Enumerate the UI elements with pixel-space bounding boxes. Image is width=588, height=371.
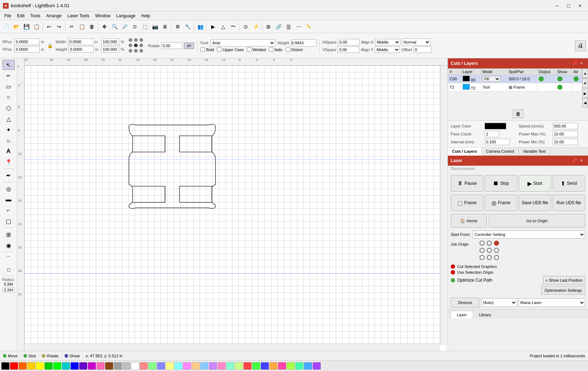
scroll-down-btn[interactable]: ▼	[582, 79, 588, 88]
camera-button[interactable]: 📷	[150, 22, 160, 31]
arc-tool[interactable]: ⌒	[3, 254, 15, 264]
cut-button[interactable]: ✂	[67, 22, 76, 31]
cuts-layers-pin[interactable]: 📌	[571, 60, 578, 67]
collapse-right-btn[interactable]: ◀	[582, 98, 588, 107]
hspace-input[interactable]	[338, 39, 360, 45]
color-swatch-36[interactable]	[313, 362, 321, 370]
run-ud5-button[interactable]: Run UD5 file	[553, 195, 585, 211]
zoom-out-button[interactable]: 🔎	[120, 22, 129, 31]
devices-mode-select[interactable]: (Auto)	[481, 298, 517, 307]
save-as-button[interactable]: 📋	[32, 22, 41, 31]
ypos-input[interactable]	[14, 46, 40, 53]
mode-select[interactable]: Normal	[402, 39, 431, 46]
color-swatch-16[interactable]	[140, 362, 148, 370]
tab-cuts-layers[interactable]: Cuts / Layers	[448, 148, 482, 156]
job-origin-grid[interactable]	[480, 241, 500, 262]
home-button[interactable]: 🏠 Home	[451, 214, 487, 228]
save-ud5-button[interactable]: Save UD5 file	[519, 195, 551, 211]
cuts-layers-close[interactable]: ×	[578, 60, 585, 67]
rounded-rect-tool[interactable]: ▢	[3, 264, 15, 274]
height-input[interactable]	[68, 46, 94, 53]
lp-interval-input[interactable]	[485, 139, 510, 145]
color-swatch-33[interactable]	[287, 362, 295, 370]
offset-input[interactable]	[413, 46, 431, 53]
color-swatch-7[interactable]	[62, 362, 70, 370]
color-swatch-34[interactable]	[295, 362, 303, 370]
frame1-button[interactable]: ⬚ Frame	[451, 195, 483, 211]
vspace-input[interactable]	[338, 46, 359, 53]
grid-tool[interactable]: ⊞	[3, 229, 15, 240]
rotate-input[interactable]	[161, 43, 183, 49]
color-swatch-2[interactable]	[19, 362, 27, 370]
rect-tool[interactable]: ▭	[3, 81, 15, 91]
color-swatch-12[interactable]	[105, 362, 113, 370]
job-origin-tr[interactable]	[494, 241, 499, 246]
star-tool[interactable]: ✦	[3, 125, 15, 135]
alignx-select[interactable]: Middle	[375, 39, 400, 45]
job-origin-mr[interactable]	[494, 248, 499, 253]
bold-checkbox[interactable]: Bold	[200, 47, 214, 52]
scroll-up-btn[interactable]: ▲	[582, 68, 588, 78]
upper-case-check[interactable]	[217, 47, 222, 52]
color-swatch-10[interactable]	[88, 362, 96, 370]
zoom-fit-button[interactable]: ⊡	[130, 22, 139, 31]
job-origin-tc[interactable]	[487, 241, 492, 246]
circle-tool[interactable]: ○	[3, 92, 15, 102]
machine-button[interactable]: 🖥	[160, 22, 170, 31]
circle-button[interactable]: ⊙	[241, 22, 250, 31]
laser-pin-btn[interactable]: 📌	[571, 157, 578, 164]
rect-frame-tool[interactable]: ▬	[3, 195, 15, 205]
color-swatch-23[interactable]	[200, 362, 208, 370]
delete-layer-btn[interactable]: 🗑	[513, 109, 524, 118]
lp-pass-input[interactable]	[485, 131, 499, 137]
node-tool[interactable]: ◉	[3, 240, 15, 250]
lock-icon[interactable]: 🔒	[47, 42, 53, 49]
frame2-button[interactable]: ◎ Frame	[485, 195, 517, 211]
menu-tools[interactable]: Tools	[27, 13, 43, 19]
start-button[interactable]: ▶ Start	[519, 175, 551, 192]
distort-checkbox[interactable]: Distort	[286, 47, 303, 52]
job-origin-mc[interactable]	[487, 248, 492, 253]
open-button[interactable]: 📂	[12, 22, 21, 31]
welded-checkbox[interactable]: Welded	[247, 47, 266, 52]
minimize-button[interactable]: −	[552, 2, 562, 10]
font-height-input[interactable]	[291, 39, 316, 46]
aligny-select[interactable]: Middle	[375, 46, 400, 53]
job-origin-bl[interactable]	[480, 255, 485, 260]
color-swatch-28[interactable]	[244, 362, 251, 370]
laser-close-btn[interactable]: ×	[578, 157, 585, 164]
color-swatch-6[interactable]	[53, 362, 61, 370]
link-button[interactable]: 🔗	[274, 22, 283, 31]
welded-check[interactable]	[247, 47, 251, 52]
print-button[interactable]: 🖨	[575, 40, 586, 51]
menu-laser-tools[interactable]: Laser Tools	[64, 13, 92, 19]
pause-button[interactable]: ⏸ Pause	[451, 175, 483, 192]
menu-window[interactable]: Window	[92, 13, 113, 19]
color-swatch-11[interactable]	[97, 362, 104, 370]
triangle-button[interactable]: △	[218, 22, 228, 31]
color-swatch-32[interactable]	[278, 362, 286, 370]
menu-file[interactable]: File	[1, 13, 14, 19]
width-input[interactable]	[68, 39, 93, 45]
color-swatch-25[interactable]	[218, 362, 226, 370]
bolt-button[interactable]: ⚡	[251, 22, 260, 31]
devices-button[interactable]: Devices	[451, 298, 480, 308]
zoom-in-button[interactable]: 🔍	[110, 22, 119, 31]
waypoint-tool[interactable]: 📍	[3, 157, 15, 167]
color-swatch-21[interactable]	[183, 362, 191, 370]
bar1-button[interactable]: |||	[284, 22, 293, 31]
ring-tool[interactable]: ◎	[3, 184, 15, 194]
color-swatch-19[interactable]	[166, 362, 174, 370]
show-last-position-btn[interactable]: + Show Last Position	[543, 276, 585, 285]
send-button[interactable]: ⬆ Send	[553, 175, 585, 192]
radius-input[interactable]	[3, 287, 15, 293]
menu-arrange[interactable]: Arrange	[43, 13, 64, 19]
laser-name-select[interactable]: Illiana Laser	[518, 298, 585, 307]
scale-w-input[interactable]	[101, 39, 119, 45]
distort-check[interactable]	[286, 47, 290, 52]
color-swatch-24[interactable]	[209, 362, 217, 370]
wave-button[interactable]: 〜	[228, 22, 238, 31]
color-swatch-27[interactable]	[235, 362, 243, 370]
lp-color-swatch[interactable]	[485, 123, 506, 129]
settings-button[interactable]: ⚙	[173, 22, 182, 31]
